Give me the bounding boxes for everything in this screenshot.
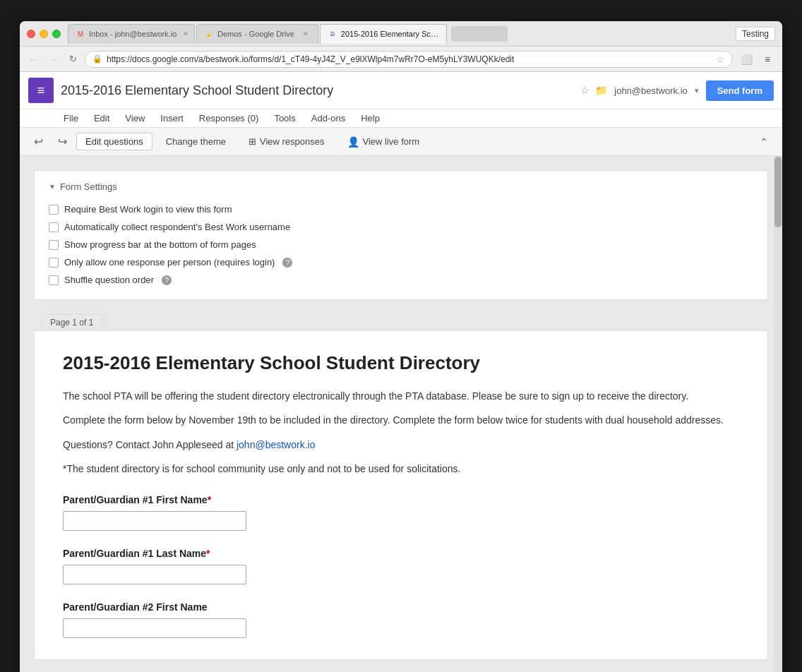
menu-addons[interactable]: Add-ons — [304, 109, 352, 127]
settings-checkbox-3[interactable] — [49, 240, 59, 250]
browser-menu-button[interactable]: ≡ — [758, 50, 777, 68]
browser-window: M Inbox - john@bestwork.io ✕ ▲ Demos - G… — [20, 21, 782, 672]
app-menu-bar: File Edit View Insert Responses (0) Tool… — [20, 109, 782, 127]
scrollbar-thumb[interactable] — [774, 157, 782, 227]
edit-questions-button[interactable]: Edit questions — [76, 133, 152, 150]
form-settings-header[interactable]: ▼ Form Settings — [49, 181, 753, 192]
maximize-window-button[interactable] — [52, 30, 61, 38]
question-1: Parent/Guardian #1 First Name* — [63, 494, 739, 531]
page-tab: Page 1 of 1 — [41, 314, 102, 330]
settings-help-5[interactable]: ? — [162, 275, 172, 285]
menu-file[interactable]: File — [56, 109, 85, 127]
app-title-bar: ≡ 2015-2016 Elementary School Student Di… — [20, 72, 782, 109]
user-dropdown-arrow[interactable]: ▼ — [693, 87, 700, 95]
tab-forms-label: 2015-2016 Elementary Sc… — [341, 30, 438, 38]
app-logo: ≡ — [28, 78, 54, 103]
form-description-1: The school PTA will be offering the stud… — [63, 388, 739, 404]
url-text[interactable]: https://docs.google.com/a/bestwork.io/fo… — [107, 54, 712, 64]
bookmark-icon[interactable]: ☆ — [716, 54, 725, 65]
close-window-button[interactable] — [27, 30, 35, 38]
tab-gmail-label: Inbox - john@bestwork.io — [89, 30, 176, 38]
settings-option-3-label: Show progress bar at the bottom of form … — [64, 239, 256, 250]
question-1-input[interactable] — [63, 511, 246, 531]
question-3-input[interactable] — [63, 618, 246, 638]
menu-help[interactable]: Help — [354, 109, 387, 127]
new-tab-box[interactable] — [451, 26, 508, 42]
forms-favicon: ≡ — [328, 29, 337, 39]
screen-toggle-button[interactable]: ⬜ — [737, 50, 755, 68]
testing-badge: Testing — [736, 27, 775, 41]
scrollbar-track[interactable] — [774, 156, 782, 672]
required-star-1: * — [208, 494, 211, 505]
settings-option-5-label: Shuffle question order — [64, 275, 154, 285]
back-button[interactable]: ← — [25, 52, 41, 67]
star-icon[interactable]: ☆ — [580, 85, 589, 96]
menu-edit[interactable]: Edit — [87, 109, 116, 127]
required-star-2: * — [206, 548, 210, 559]
view-responses-button[interactable]: ⊞ View responses — [239, 133, 334, 150]
title-icons: ☆ 📁 — [580, 85, 607, 96]
form-title: 2015-2016 Elementary School Student Dire… — [63, 352, 739, 374]
tab-forms[interactable]: ≡ 2015-2016 Elementary Sc… ✕ — [320, 24, 447, 44]
form-settings-panel: ▼ Form Settings Require Best Work login … — [34, 170, 768, 300]
form-page-container: 2015-2016 Elementary School Student Dire… — [34, 330, 768, 660]
user-name: john@bestwork.io — [614, 85, 688, 96]
menu-view[interactable]: View — [118, 109, 152, 127]
settings-option-4: Only allow one response per person (requ… — [49, 253, 753, 271]
tab-drive[interactable]: ▲ Demos - Google Drive ✕ — [196, 24, 318, 44]
settings-option-4-label: Only allow one response per person (requ… — [64, 257, 275, 268]
view-live-form-button[interactable]: 👤 View live form — [338, 133, 429, 151]
settings-option-5: Shuffle question order ? — [49, 271, 753, 289]
url-bar[interactable]: 🔒 https://docs.google.com/a/bestwork.io/… — [85, 51, 733, 68]
settings-option-2: Automatically collect respondent's Best … — [49, 218, 753, 236]
question-2-label: Parent/Guardian #1 Last Name* — [63, 548, 739, 559]
settings-checkbox-2[interactable] — [49, 222, 59, 232]
settings-option-1: Require Best Work login to view this for… — [49, 200, 753, 218]
toolbar: ↩ ↪ Edit questions Change theme ⊞ View r… — [20, 128, 782, 156]
contact-email-link[interactable]: john@bestwork.io — [237, 439, 316, 450]
minimize-window-button[interactable] — [40, 30, 48, 38]
settings-triangle-icon: ▼ — [49, 183, 56, 191]
collapse-button[interactable]: ⌃ — [754, 132, 774, 152]
form-page-wrapper: Page 1 of 1 2015-2016 Elementary School … — [34, 314, 768, 660]
send-form-button[interactable]: Send form — [706, 80, 774, 101]
form-body: 2015-2016 Elementary School Student Dire… — [35, 331, 767, 659]
change-theme-button[interactable]: Change theme — [157, 133, 235, 150]
form-description-3: Questions? Contact John Appleseed at joh… — [63, 437, 739, 452]
settings-checkbox-5[interactable] — [49, 275, 59, 285]
user-area: john@bestwork.io ▼ Send form — [614, 80, 774, 101]
drive-favicon: ▲ — [204, 29, 214, 39]
settings-checkbox-4[interactable] — [49, 258, 59, 268]
app-header: ≡ 2015-2016 Elementary School Student Di… — [20, 72, 782, 128]
main-content: ▼ Form Settings Require Best Work login … — [20, 156, 782, 672]
tabs-bar: M Inbox - john@bestwork.io ✕ ▲ Demos - G… — [68, 21, 775, 46]
menu-responses[interactable]: Responses (0) — [192, 109, 266, 127]
tab-gmail-close[interactable]: ✕ — [183, 29, 188, 39]
settings-help-4[interactable]: ? — [282, 258, 292, 268]
tab-forms-close[interactable]: ✕ — [445, 29, 447, 39]
question-1-label: Parent/Guardian #1 First Name* — [63, 494, 739, 505]
document-title: 2015-2016 Elementary School Student Dire… — [61, 83, 573, 98]
form-description-4: *The student directory is for school com… — [63, 461, 739, 476]
redo-button[interactable]: ↪ — [52, 132, 72, 152]
title-bar: M Inbox - john@bestwork.io ✕ ▲ Demos - G… — [20, 21, 782, 47]
view-responses-icon: ⊞ — [249, 136, 256, 147]
refresh-button[interactable]: ↻ — [65, 52, 80, 67]
view-live-icon: 👤 — [347, 136, 359, 148]
address-bar: ← → ↻ 🔒 https://docs.google.com/a/bestwo… — [20, 47, 782, 72]
settings-option-1-label: Require Best Work login to view this for… — [64, 204, 232, 215]
question-2-input[interactable] — [63, 565, 246, 584]
settings-checkbox-1[interactable] — [49, 205, 59, 215]
tab-drive-label: Demos - Google Drive — [217, 30, 294, 38]
question-3-label: Parent/Guardian #2 First Name — [63, 601, 739, 613]
form-settings-title: Form Settings — [60, 181, 117, 192]
tab-gmail[interactable]: M Inbox - john@bestwork.io ✕ — [68, 24, 195, 44]
folder-icon[interactable]: 📁 — [595, 85, 607, 96]
undo-button[interactable]: ↩ — [28, 132, 48, 152]
tab-drive-close[interactable]: ✕ — [301, 29, 311, 39]
menu-insert[interactable]: Insert — [153, 109, 191, 127]
settings-option-3: Show progress bar at the bottom of form … — [49, 236, 753, 253]
question-3: Parent/Guardian #2 First Name — [63, 601, 739, 638]
menu-tools[interactable]: Tools — [267, 109, 302, 127]
forward-button[interactable]: → — [45, 52, 61, 67]
